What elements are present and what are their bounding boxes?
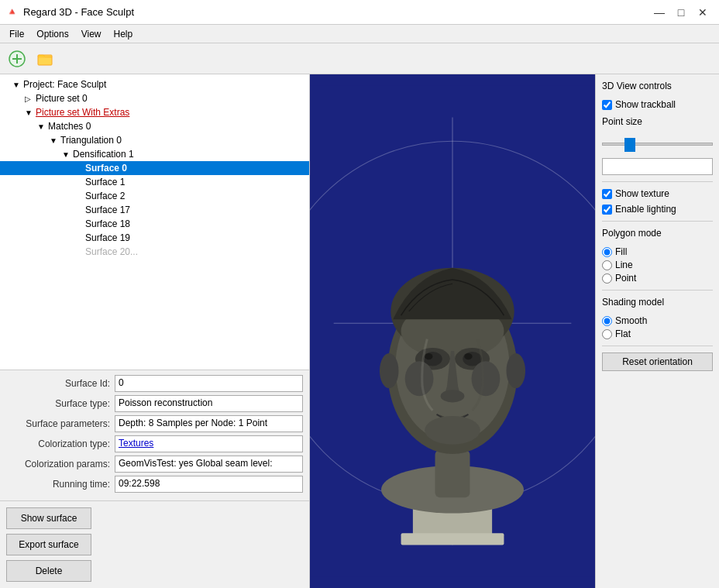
polygon-point-label: Point [615,273,636,284]
expand-icon [74,178,84,187]
reset-orientation-button[interactable]: Reset orientation [602,352,713,371]
bottom-buttons: Show surface Export surface Delete [0,501,309,588]
tree-scroll[interactable]: ▼ Project: Face Sculpt ▷ Picture set 0 ▼… [0,74,309,370]
shading-flat-radio[interactable] [602,329,612,339]
shading-smooth-row: Smooth [602,315,713,326]
shading-flat-row: Flat [602,328,713,339]
point-size-display [602,158,713,175]
svg-point-22 [441,390,465,402]
polygon-fill-label: Fill [615,246,627,257]
tree-item-surface19[interactable]: Surface 19 [0,231,309,245]
show-texture-checkbox[interactable] [602,189,612,199]
divider2 [602,221,713,222]
tree-item-densification[interactable]: ▼ Densification 1 [0,147,309,161]
tree-item-surface17[interactable]: Surface 17 [0,203,309,217]
polygon-mode-group: Fill Line Point [602,246,713,284]
polygon-fill-radio[interactable] [602,247,612,257]
slider-track[interactable] [602,143,713,146]
show-trackball-row: Show trackball [602,99,713,110]
tree-item-surface0[interactable]: Surface 0 [0,161,309,175]
svg-rect-9 [401,533,504,545]
view-controls-title: 3D View controls [602,81,713,91]
menu-view[interactable]: View [75,27,108,41]
svg-point-25 [472,361,501,396]
polygon-point-radio[interactable] [602,273,612,284]
tree-item-surface-more[interactable]: Surface 20... [0,245,309,259]
expand-icon [74,164,84,173]
svg-rect-11 [435,450,470,497]
right-panel: 3D View controls Show trackball Point si… [595,74,719,588]
tree-item-surface18[interactable]: Surface 18 [0,217,309,231]
expand-icon: ▷ [25,95,34,103]
shading-smooth-radio[interactable] [602,316,612,326]
tree-panel: ▼ Project: Face Sculpt ▷ Picture set 0 ▼… [0,74,309,370]
app-icon: 🔺 [6,6,19,19]
expand-icon [74,234,84,242]
svg-point-21 [464,353,472,359]
expand-icon: ▼ [62,150,71,159]
enable-lighting-label: Enable lighting [615,204,676,215]
prop-surface-id: Surface Id: 0 [6,375,303,392]
polygon-point-row: Point [602,273,713,284]
svg-point-24 [405,361,434,396]
title-bar: 🔺 Regard 3D - Face Sculpt — □ ✕ [0,0,719,25]
left-panel: ▼ Project: Face Sculpt ▷ Picture set 0 ▼… [0,74,310,588]
viewport[interactable] [310,74,595,588]
enable-lighting-row: Enable lighting [602,204,713,215]
properties-panel: Surface Id: 0 Surface type: Poisson reco… [0,370,309,501]
divider3 [602,290,713,291]
menu-file[interactable]: File [3,27,30,41]
prop-running-time: Running time: 09:22.598 [6,476,303,493]
polygon-line-radio[interactable] [602,260,612,270]
prop-surface-type: Surface type: Poisson reconstruction [6,395,303,412]
folder-button[interactable] [33,46,57,71]
point-size-slider-container[interactable] [602,138,713,150]
surface-params-value: Depth: 8 Samples per Node: 1 Point [115,415,303,432]
polygon-mode-label: Polygon mode [602,228,713,239]
menu-bar: File Options View Help [0,25,719,43]
tree-item-matches[interactable]: ▼ Matches 0 [0,119,309,133]
tree-item-picset-extras[interactable]: ▼ Picture set With Extras [0,105,309,119]
shading-model-group: Smooth Flat [602,315,713,339]
menu-help[interactable]: Help [108,27,139,41]
main-content: ▼ Project: Face Sculpt ▷ Picture set 0 ▼… [0,74,719,588]
tree-item-project[interactable]: ▼ Project: Face Sculpt [0,77,309,91]
svg-point-23 [425,416,480,445]
minimize-button[interactable]: — [649,4,669,21]
expand-icon: ▼ [25,108,34,117]
expand-icon [74,206,84,215]
expand-icon: ▼ [37,122,46,131]
polygon-fill-row: Fill [602,246,713,257]
tree-item-surface2[interactable]: Surface 2 [0,189,309,203]
prop-colorization-params: Colorization params: GeomVisTest: yes Gl… [6,456,303,473]
colorization-type-value: Textures [115,435,303,452]
slider-thumb[interactable] [624,138,635,152]
prop-surface-params: Surface parameters: Depth: 8 Samples per… [6,415,303,432]
polygon-line-label: Line [615,260,633,270]
show-trackball-checkbox[interactable] [602,100,612,110]
show-surface-button[interactable]: Show surface [6,507,91,529]
delete-button[interactable]: Delete [6,560,91,582]
svg-point-26 [380,353,399,388]
svg-point-18 [425,353,432,359]
tree-item-surface1[interactable]: Surface 1 [0,175,309,189]
polygon-line-row: Line [602,260,713,270]
shading-smooth-label: Smooth [615,315,647,326]
shading-flat-label: Flat [615,328,631,339]
show-texture-row: Show texture [602,188,713,199]
point-size-label: Point size [602,116,713,127]
new-button[interactable] [5,46,29,71]
expand-icon: ▼ [50,136,59,145]
folder-icon [36,50,53,67]
expand-icon [74,192,84,201]
maximize-button[interactable]: □ [671,4,691,21]
menu-options[interactable]: Options [30,27,74,41]
colorization-params-value: GeomVisTest: yes Global seam level: [115,456,303,473]
enable-lighting-checkbox[interactable] [602,205,612,215]
prop-colorization-type: Colorization type: Textures [6,435,303,452]
tree-item-picset0[interactable]: ▷ Picture set 0 [0,91,309,105]
export-surface-button[interactable]: Export surface [6,534,91,555]
close-button[interactable]: ✕ [693,4,713,21]
tree-item-triangulation[interactable]: ▼ Triangulation 0 [0,133,309,147]
toolbar [0,43,719,74]
